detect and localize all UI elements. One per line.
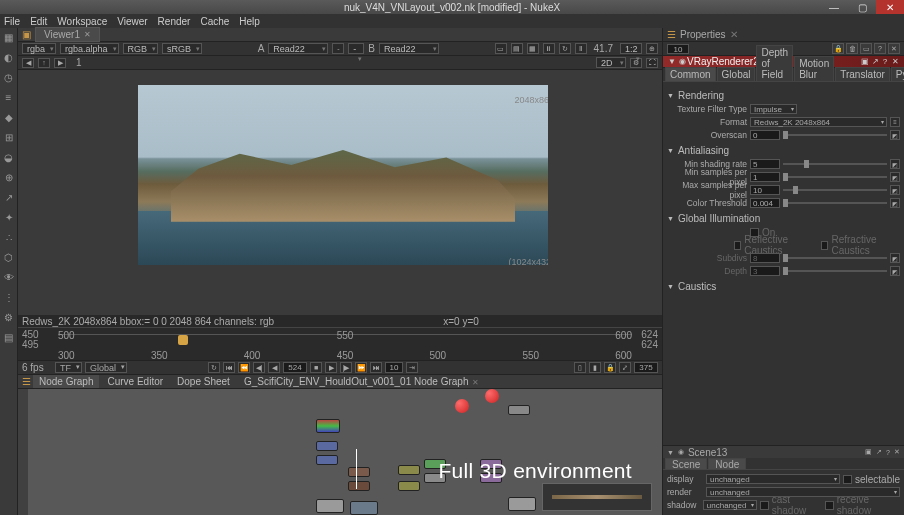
shadow-dropdown[interactable]: unchanged xyxy=(703,500,758,510)
format-extra-button[interactable]: ≡ xyxy=(890,117,900,127)
node[interactable] xyxy=(316,441,338,451)
close-icon[interactable]: ✕ xyxy=(84,30,91,39)
enable-icon[interactable]: ◉ xyxy=(678,448,684,456)
close-icon[interactable]: ✕ xyxy=(890,57,900,66)
float-icon[interactable]: ↗ xyxy=(876,448,882,456)
help-icon[interactable]: ? xyxy=(886,449,890,456)
lock-icon[interactable]: 🔒 xyxy=(832,43,844,54)
close-all-icon[interactable]: ✕ xyxy=(888,43,900,54)
node-3d[interactable] xyxy=(485,389,499,403)
enable-icon[interactable]: ◉ xyxy=(677,57,687,66)
receive-shadow-checkbox[interactable] xyxy=(825,501,833,510)
tool-transform-icon[interactable]: ↗ xyxy=(2,190,16,204)
tool-toolsets-icon[interactable]: ⚙ xyxy=(2,310,16,324)
tool-time-icon[interactable]: ◷ xyxy=(2,70,16,84)
node[interactable] xyxy=(350,501,378,515)
expand-icon[interactable]: ⤢ xyxy=(619,362,631,373)
max-samples-field[interactable]: 10 xyxy=(750,185,780,195)
window-close-button[interactable]: ✕ xyxy=(876,0,904,14)
tool-deep-icon[interactable]: ⬡ xyxy=(2,250,16,264)
maximize-icon[interactable]: ⛶ xyxy=(646,58,658,68)
min-rate-field[interactable]: 5 xyxy=(750,159,780,169)
selectable-checkbox[interactable] xyxy=(843,475,852,484)
tool-draw-icon[interactable]: ◐ xyxy=(2,50,16,64)
lock-icon[interactable]: 🔒 xyxy=(604,362,616,373)
tool-metadata-icon[interactable]: ⋮ xyxy=(2,290,16,304)
overscan-slider[interactable] xyxy=(783,134,887,136)
view-mode-dropdown[interactable]: 2D xyxy=(596,57,626,68)
viewport[interactable]: 2048x864 (1024x432) xyxy=(18,70,662,315)
anim-button[interactable]: ◩ xyxy=(890,172,900,182)
tool-filter-icon[interactable]: ⊞ xyxy=(2,130,16,144)
close-icon[interactable]: ✕ xyxy=(472,378,479,387)
display-dropdown[interactable]: unchanged xyxy=(706,474,840,484)
step-back-button[interactable]: ◀| xyxy=(253,362,265,373)
depth-slider[interactable] xyxy=(783,270,887,272)
clip-icon[interactable]: ▦ xyxy=(527,43,539,54)
tab-scene[interactable]: Scene xyxy=(665,458,707,469)
ab-icon[interactable]: Ⅱ xyxy=(575,43,587,54)
menu-edit[interactable]: Edit xyxy=(30,16,47,27)
nav-prev-button[interactable]: ◀ xyxy=(22,58,34,68)
play-button[interactable]: ▶ xyxy=(325,362,337,373)
stop-button[interactable]: ■ xyxy=(310,362,322,373)
center-icon[interactable]: ▣ xyxy=(860,57,870,66)
cast-shadow-checkbox[interactable] xyxy=(760,501,768,510)
anim-button[interactable]: ◩ xyxy=(890,198,900,208)
tool-image-icon[interactable]: ▦ xyxy=(2,30,16,44)
anim-button[interactable]: ◩ xyxy=(890,266,900,276)
section-aa[interactable]: Antialiasing xyxy=(667,145,900,156)
anim-button[interactable]: ◩ xyxy=(890,159,900,169)
tab-curveeditor[interactable]: Curve Editor xyxy=(101,375,169,388)
anim-button[interactable]: ◩ xyxy=(890,253,900,263)
node[interactable] xyxy=(316,499,344,513)
node[interactable] xyxy=(398,465,420,475)
menu-file[interactable]: File xyxy=(4,16,20,27)
min-samples-slider[interactable] xyxy=(783,176,887,178)
format-dropdown[interactable]: Redws_2K 2048x864 xyxy=(750,117,887,127)
zoom-button[interactable]: ⊕ xyxy=(646,43,658,54)
tab-translator[interactable]: Translator xyxy=(835,67,890,81)
reflective-checkbox[interactable] xyxy=(734,241,742,250)
node-3d[interactable] xyxy=(455,399,469,413)
zoom-dropdown[interactable]: 1:2 xyxy=(620,43,642,54)
help-icon[interactable]: ? xyxy=(874,43,886,54)
input-b-dropdown[interactable]: Read22 xyxy=(379,43,439,54)
node[interactable] xyxy=(348,467,370,477)
nodegraph-scrollbar[interactable] xyxy=(18,389,28,515)
menu-viewer[interactable]: Viewer xyxy=(117,16,147,27)
tab-group[interactable]: G_ScifiCity_ENV_HouldOut_v001_01 Node Gr… xyxy=(238,375,486,388)
depth-field[interactable]: 3 xyxy=(750,266,780,276)
minimize-icon[interactable]: ▭ xyxy=(860,43,872,54)
threshold-slider[interactable] xyxy=(783,202,887,204)
node[interactable] xyxy=(348,481,370,491)
center-icon[interactable]: ▣ xyxy=(865,448,872,456)
channel-dropdown[interactable]: rgba xyxy=(22,43,56,54)
subdivs-field[interactable]: 8 xyxy=(750,253,780,263)
skip-icon[interactable]: ⇥ xyxy=(406,362,418,373)
loop-icon[interactable]: ↻ xyxy=(208,362,220,373)
scope-dropdown[interactable]: Global xyxy=(85,362,127,373)
node[interactable] xyxy=(398,481,420,491)
play-back-button[interactable]: ◀ xyxy=(268,362,280,373)
disclosure-icon[interactable]: ▼ xyxy=(667,449,674,456)
window-maximize-button[interactable]: ▢ xyxy=(848,0,876,14)
render-dropdown[interactable]: unchanged xyxy=(706,487,900,497)
tab-dopesheet[interactable]: Dope Sheet xyxy=(171,375,236,388)
input-a-dropdown[interactable]: Read22 xyxy=(268,43,328,54)
colorspace-dropdown[interactable]: RGB xyxy=(123,43,159,54)
tab-dof[interactable]: Depth of Field xyxy=(756,45,793,81)
nav-up-button[interactable]: ↑ xyxy=(38,58,50,68)
prev-key-button[interactable]: ⏪ xyxy=(238,362,250,373)
window-minimize-button[interactable]: — xyxy=(820,0,848,14)
tab-common[interactable]: Common xyxy=(665,67,716,81)
proxy-icon[interactable]: ▤ xyxy=(511,43,523,54)
in-point-icon[interactable]: ▯ xyxy=(574,362,586,373)
node-read[interactable] xyxy=(316,419,340,433)
anim-button[interactable]: ◩ xyxy=(890,130,900,140)
min-rate-slider[interactable] xyxy=(783,163,887,165)
current-frame-field[interactable]: 524 xyxy=(283,362,307,373)
skip-field[interactable]: 10 xyxy=(385,362,403,373)
first-frame-button[interactable]: ⏮ xyxy=(223,362,235,373)
scene-heading[interactable]: ▼ ◉ Scene13 ▣ ↗ ? ✕ xyxy=(663,446,904,458)
